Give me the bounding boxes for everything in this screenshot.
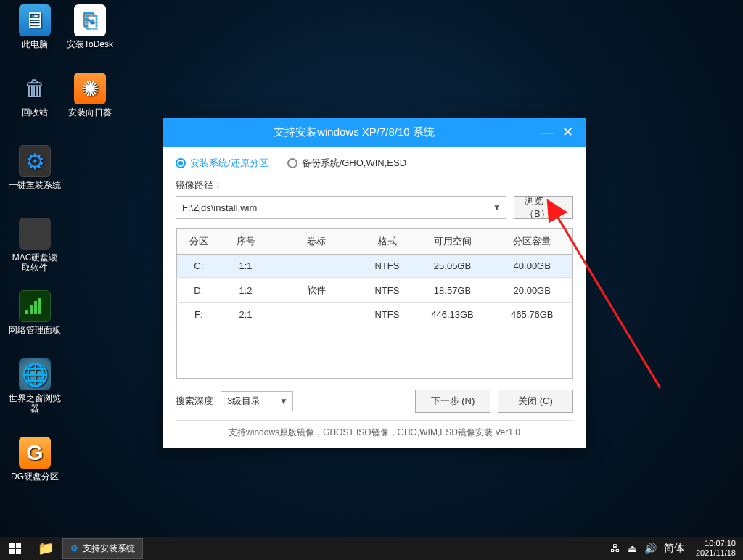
th-size: 分区容量	[493, 229, 572, 255]
partition-table: 分区 序号 卷标 格式 可用空间 分区容量 C:1:1NTFS25.05GB40…	[176, 228, 573, 379]
desktop-icon-browser[interactable]: 🌐 世界之窗浏览器	[9, 358, 61, 413]
icon-label: 一键重装系统	[9, 180, 61, 190]
mode-radios: 安装系统/还原分区 备份系统/GHO,WIN,ESD	[176, 157, 573, 170]
usb-tray-icon[interactable]: ⏏	[628, 543, 637, 554]
desktop-icon-mac[interactable]: MAC硬盘读取软件	[9, 218, 61, 273]
system-tray: 🖧 ⏏ 🔊 简体 10:07:10 2021/11/18	[610, 539, 743, 558]
close-icon[interactable]: ✕	[557, 122, 578, 142]
radio-dot-icon	[176, 158, 186, 168]
icon-label: DG硬盘分区	[9, 472, 61, 482]
table-header-row: 分区 序号 卷标 格式 可用空间 分区容量	[177, 229, 572, 255]
clock-date: 2021/11/18	[696, 548, 736, 558]
chevron-down-icon: ▼	[493, 202, 501, 213]
windows-icon	[9, 543, 21, 554]
svg-rect-8	[16, 549, 21, 554]
svg-rect-1	[30, 305, 33, 314]
next-button[interactable]: 下一步 (N)	[415, 390, 490, 413]
icon-label: 安装向日葵	[64, 107, 116, 118]
icon-label: 安装ToDesk	[64, 39, 116, 49]
table-row[interactable]: D:1:2软件NTFS18.57GB20.00GB	[177, 278, 572, 303]
path-label: 镜像路径：	[176, 178, 573, 192]
desktop-icon-this-pc[interactable]: 🖥 此电脑	[9, 4, 61, 49]
gear-icon: ⚙	[70, 543, 78, 553]
radio-install[interactable]: 安装系统/还原分区	[176, 157, 268, 170]
globe-icon: 🌐	[19, 358, 51, 390]
taskbar-app-label: 支持安装系统	[83, 543, 135, 555]
th-format: 格式	[362, 229, 413, 255]
chevron-down-icon: ▼	[279, 396, 288, 406]
network-icon	[19, 290, 51, 322]
svg-rect-6	[16, 543, 21, 548]
ime-indicator[interactable]: 简体	[664, 542, 684, 555]
dialog-title: 支持安装windows XP/7/8/10 系统	[171, 125, 537, 139]
todesk-icon: ⎘	[74, 4, 106, 36]
bin-icon: 🗑	[19, 73, 51, 104]
dg-icon: G	[19, 437, 51, 469]
svg-rect-3	[38, 298, 41, 314]
th-label: 卷标	[271, 229, 362, 255]
desktop-icon-todesk[interactable]: ⎘ 安装ToDesk	[64, 4, 116, 49]
svg-rect-2	[34, 301, 37, 314]
path-value: F:\Zjds\install.wim	[182, 202, 257, 213]
minimize-button[interactable]: ―	[537, 122, 557, 142]
depth-value: 3级目录	[227, 395, 260, 408]
depth-label: 搜索深度	[176, 395, 213, 408]
th-part: 分区	[177, 229, 221, 255]
file-explorer-button[interactable]: 📁	[30, 537, 61, 560]
dialog-footer: 支持windows原版镜像，GHOST ISO镜像，GHO,WIM,ESD镜像安…	[176, 420, 573, 440]
icon-label: 回收站	[9, 107, 61, 118]
dialog-body: 安装系统/还原分区 备份系统/GHO,WIN,ESD 镜像路径： F:\Zjds…	[163, 147, 586, 448]
icon-label: 此电脑	[9, 39, 61, 49]
taskbar: 📁 ⚙ 支持安装系统 🖧 ⏏ 🔊 简体 10:07:10 2021/11/18	[0, 537, 743, 560]
install-dialog: 支持安装windows XP/7/8/10 系统 ― ✕ 安装系统/还原分区 备…	[163, 118, 586, 448]
desktop-icon-sunlogin[interactable]: ✺ 安装向日葵	[64, 73, 116, 118]
sunflower-icon: ✺	[74, 73, 106, 104]
radio-label: 安装系统/还原分区	[190, 157, 268, 170]
browse-button[interactable]: 浏览（B）	[514, 196, 573, 219]
network-tray-icon[interactable]: 🖧	[610, 543, 620, 554]
clock-time: 10:07:10	[696, 539, 736, 548]
radio-dot-icon	[287, 158, 297, 168]
svg-rect-7	[9, 549, 15, 554]
icon-label: MAC硬盘读取软件	[9, 252, 61, 273]
depth-select[interactable]: 3级目录 ▼	[221, 391, 293, 411]
icon-label: 网络管理面板	[9, 325, 61, 335]
desktop-icon-recycle-bin[interactable]: 🗑 回收站	[9, 73, 61, 118]
svg-rect-5	[9, 543, 15, 548]
desktop-icon-dg[interactable]: G DG硬盘分区	[9, 437, 61, 482]
th-free: 可用空间	[413, 229, 493, 255]
desktop-icon-reinstall[interactable]: ⚙ 一键重装系统	[9, 145, 61, 190]
radio-label: 备份系统/GHO,WIN,ESD	[302, 157, 406, 170]
icon-label: 世界之窗浏览器	[9, 393, 61, 413]
start-button[interactable]	[0, 537, 30, 560]
monitor-icon: 🖥	[19, 4, 51, 36]
image-path-dropdown[interactable]: F:\Zjds\install.wim ▼	[176, 196, 506, 219]
table-row[interactable]: C:1:1NTFS25.05GB40.00GB	[177, 255, 572, 278]
taskbar-app[interactable]: ⚙ 支持安装系统	[62, 538, 143, 559]
th-index: 序号	[221, 229, 271, 255]
taskbar-clock[interactable]: 10:07:10 2021/11/18	[691, 539, 736, 558]
apple-icon	[19, 218, 51, 250]
desktop-icon-network[interactable]: 网络管理面板	[9, 290, 61, 335]
table-row[interactable]: F:2:1NTFS446.13GB465.76GB	[177, 303, 572, 326]
radio-backup[interactable]: 备份系统/GHO,WIN,ESD	[287, 157, 406, 170]
folder-icon: 📁	[38, 540, 54, 556]
dialog-titlebar[interactable]: 支持安装windows XP/7/8/10 系统 ― ✕	[163, 118, 586, 147]
volume-tray-icon[interactable]: 🔊	[644, 543, 657, 554]
gear-icon: ⚙	[19, 145, 51, 177]
svg-rect-0	[25, 310, 28, 314]
close-button[interactable]: 关闭 (C)	[498, 390, 573, 413]
